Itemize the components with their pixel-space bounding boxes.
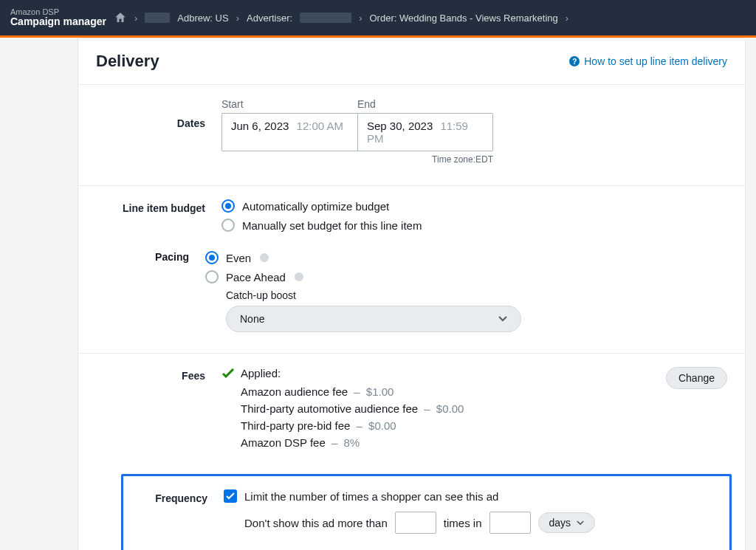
help-link[interactable]: ? How to set up line item delivery (569, 55, 727, 67)
end-label: End (357, 98, 493, 110)
fee-amount: $1.00 (366, 385, 394, 398)
fee-name: Amazon audience fee (241, 385, 348, 398)
start-time-value: 12:00 AM (297, 120, 343, 132)
budget-pacing-section: Line item budget Automatically optimize … (78, 186, 745, 354)
start-date-input[interactable]: Jun 6, 2023 12:00 AM (221, 113, 357, 151)
start-date-value: Jun 6, 2023 (231, 120, 289, 132)
page-title: Delivery (96, 52, 159, 71)
home-icon[interactable] (114, 11, 127, 24)
fee-row: Third-party pre-bid fee – $0.00 (241, 419, 464, 432)
fee-amount: 8% (343, 436, 360, 449)
frequency-text-middle: times in (444, 517, 482, 529)
frequency-times-input[interactable] (395, 512, 436, 534)
budget-manual-label: Manually set budget for this line item (242, 219, 422, 232)
fee-row: Amazon audience fee – $1.00 (241, 385, 464, 398)
frequency-text-before: Don't show this ad more than (244, 517, 388, 529)
check-icon (226, 492, 235, 500)
breadcrumb-order[interactable]: Order: Wedding Bands - Views Remarketing (369, 13, 557, 24)
budget-manual-radio[interactable]: Manually set budget for this line item (221, 219, 727, 232)
chevron-right-icon: › (134, 13, 137, 24)
frequency-section: Frequency Limit the number of times a sh… (121, 474, 732, 550)
fees-section: Fees Applied: Amazon audience fee – $1.0… (78, 354, 745, 474)
pacing-even-label: Even (226, 252, 251, 264)
change-fees-button[interactable]: Change (666, 367, 727, 389)
catchup-value: None (240, 313, 264, 325)
frequency-checkbox[interactable] (224, 489, 237, 503)
chevron-right-icon: › (236, 13, 239, 24)
chevron-down-icon (577, 520, 584, 526)
delivery-card: Delivery ? How to set up line item deliv… (78, 38, 746, 550)
fee-name: Third-party automotive audience fee (241, 402, 418, 415)
fee-amount: $0.00 (436, 402, 464, 415)
catchup-label: Catch-up boost (226, 289, 727, 301)
frequency-checkbox-label: Limit the number of times a shopper can … (244, 490, 498, 503)
info-icon[interactable] (295, 272, 303, 281)
start-label: Start (221, 98, 357, 110)
radio-icon (205, 270, 219, 283)
frequency-unit-value: days (549, 517, 571, 529)
timezone-note: Time zone:EDT (221, 154, 493, 165)
chevron-right-icon: › (359, 13, 362, 24)
breadcrumb-advertiser-label: Advertiser: (247, 13, 292, 24)
card-header: Delivery ? How to set up line item deliv… (78, 38, 745, 85)
top-nav: Amazon DSP Campaign manager › Adbrew: US… (0, 0, 756, 35)
breadcrumb-entity[interactable]: Adbrew: US (177, 13, 228, 24)
app-title: Amazon DSP Campaign manager (10, 7, 106, 27)
fee-amount: $0.00 (368, 419, 396, 432)
pacing-ahead-radio[interactable]: Pace Ahead (205, 270, 727, 283)
budget-auto-label: Automatically optimize budget (242, 200, 389, 213)
radio-icon (205, 251, 219, 264)
end-date-value: Sep 30, 2023 (367, 120, 433, 132)
catchup-select[interactable]: None (226, 306, 521, 332)
breadcrumb-redacted (145, 13, 170, 23)
chevron-right-icon: › (566, 13, 568, 24)
pacing-label: Pacing (80, 251, 205, 332)
fee-row: Amazon DSP fee – 8% (241, 436, 464, 449)
pacing-ahead-label: Pace Ahead (226, 271, 286, 283)
check-icon (221, 368, 235, 379)
frequency-period-input[interactable] (489, 512, 531, 534)
breadcrumb-redacted (300, 13, 351, 23)
help-icon: ? (569, 56, 580, 66)
dates-label: Dates (96, 98, 221, 165)
budget-auto-radio[interactable]: Automatically optimize budget (221, 199, 727, 213)
end-date-input[interactable]: Sep 30, 2023 11:59 PM (357, 113, 493, 151)
fee-name: Third-party pre-bid fee (241, 419, 350, 432)
fee-name: Amazon DSP fee (241, 436, 326, 449)
fees-label: Fees (96, 367, 221, 453)
dates-section: Dates Start End Jun 6, 2023 12:00 AM Sep… (78, 85, 745, 186)
frequency-unit-select[interactable]: days (538, 512, 596, 533)
app-name-big: Campaign manager (10, 16, 106, 27)
fees-applied-label: Applied: (241, 367, 281, 379)
radio-icon (221, 219, 235, 232)
frequency-label: Frequency (141, 489, 224, 534)
radio-icon (221, 199, 235, 213)
pacing-even-radio[interactable]: Even (205, 251, 727, 264)
info-icon[interactable] (260, 253, 269, 262)
chevron-down-icon (498, 316, 507, 322)
fee-row: Third-party automotive audience fee – $0… (241, 402, 464, 415)
help-link-text: How to set up line item delivery (584, 55, 727, 67)
